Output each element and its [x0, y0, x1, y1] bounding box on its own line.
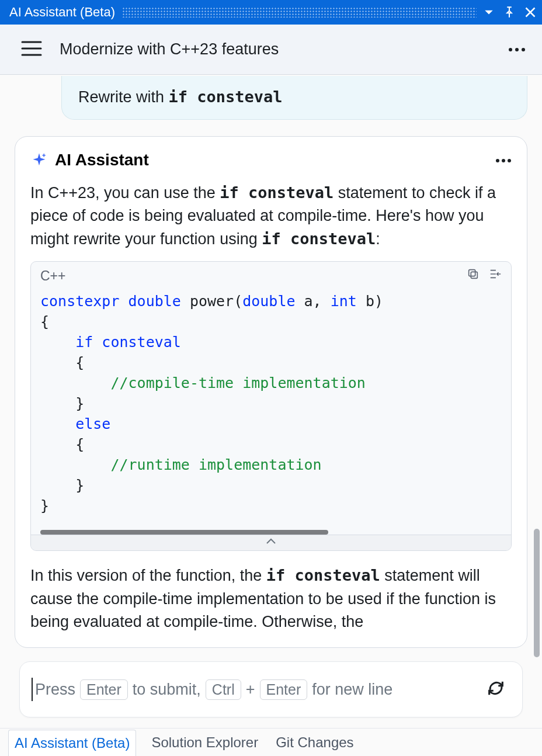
- close-icon[interactable]: [524, 6, 536, 18]
- bottom-tab-bar: AI Assistant (Beta) Solution Explorer Gi…: [0, 728, 542, 756]
- regenerate-icon[interactable]: [486, 678, 506, 700]
- horizontal-scrollbar[interactable]: [40, 530, 328, 535]
- tab-solution-explorer[interactable]: Solution Explorer: [149, 731, 260, 754]
- more-icon[interactable]: [508, 44, 526, 55]
- svg-point-8: [508, 159, 511, 162]
- window-title: AI Assistant (Beta): [9, 5, 115, 20]
- titlebar: AI Assistant (Beta): [0, 0, 542, 25]
- code-content[interactable]: constexpr double power(double a, int b) …: [31, 289, 511, 526]
- svg-point-5: [522, 48, 525, 51]
- user-message-bubble: Rewrite with if consteval: [61, 76, 527, 120]
- user-message-text: Rewrite with if consteval: [78, 88, 510, 106]
- svg-point-4: [515, 48, 519, 51]
- code-language-label: C++: [40, 268, 65, 284]
- code-block: C++ constexpr double power(d: [30, 261, 512, 551]
- svg-rect-9: [471, 272, 477, 279]
- conversation-title: Modernize with C++23 features: [60, 40, 491, 58]
- pin-icon[interactable]: [503, 6, 515, 18]
- toolbar: Modernize with C++23 features: [0, 25, 542, 75]
- assistant-paragraph-2: In this version of the function, the if …: [30, 564, 512, 633]
- dropdown-icon[interactable]: [484, 7, 494, 18]
- assistant-paragraph-1: In C++23, you can use the if consteval s…: [30, 181, 512, 251]
- assistant-message-card: AI Assistant In C++23, you can use the i…: [15, 136, 527, 648]
- tab-git-changes[interactable]: Git Changes: [273, 731, 356, 754]
- insert-code-icon[interactable]: [489, 268, 502, 284]
- copy-icon[interactable]: [467, 268, 480, 284]
- titlebar-grip[interactable]: [122, 7, 477, 18]
- chat-input-bar[interactable]: Press Enter to submit, Ctrl + Enter for …: [19, 661, 523, 717]
- chat-content: Rewrite with if consteval AI Assistant I…: [0, 75, 542, 709]
- assistant-name-label: AI Assistant: [55, 151, 488, 169]
- collapse-code-button[interactable]: [31, 535, 511, 550]
- vertical-scrollbar[interactable]: [534, 529, 540, 657]
- ctrl-key-hint: Ctrl: [206, 679, 241, 700]
- menu-icon[interactable]: [21, 40, 42, 60]
- svg-point-6: [496, 159, 499, 162]
- sparkle-icon: [30, 151, 48, 169]
- svg-rect-10: [469, 270, 475, 276]
- svg-point-3: [509, 48, 512, 51]
- text-caret: [32, 678, 33, 701]
- svg-point-7: [502, 159, 505, 162]
- message-more-icon[interactable]: [495, 155, 512, 165]
- enter-key-hint: Enter: [80, 679, 128, 700]
- input-placeholder: Press Enter to submit, Ctrl + Enter for …: [35, 679, 392, 700]
- enter-key-hint-2: Enter: [260, 679, 308, 700]
- tab-ai-assistant[interactable]: AI Assistant (Beta): [8, 730, 136, 756]
